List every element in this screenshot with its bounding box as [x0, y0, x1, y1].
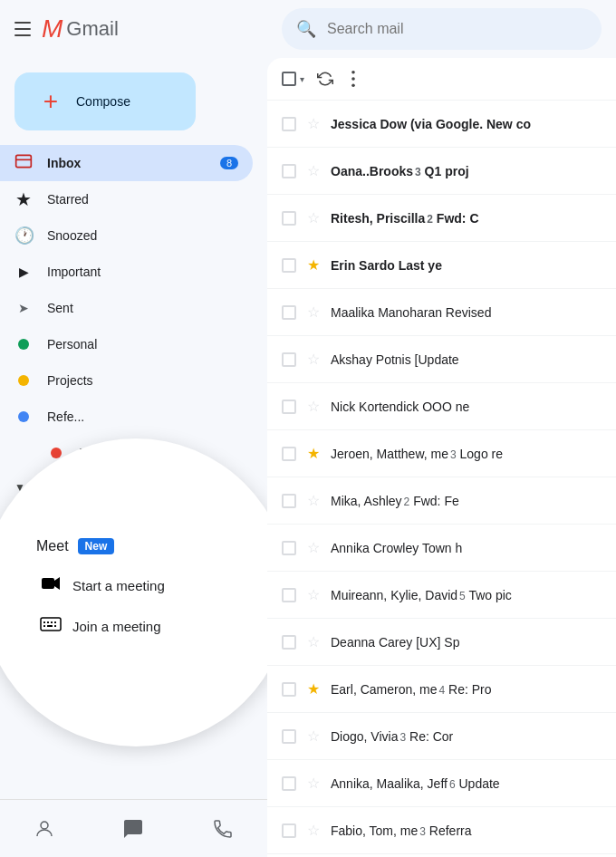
search-bar[interactable]: 🔍	[282, 8, 602, 50]
sidebar-item-inbox[interactable]: Inbox 8	[0, 145, 253, 181]
email-content: Fabio, Tom, me3 Referra	[331, 823, 602, 838]
email-sender: Annika Crowley	[331, 541, 419, 555]
sidebar-item-snoozed[interactable]: 🕐 Snoozed	[0, 217, 253, 254]
star-icon[interactable]: ☆	[307, 775, 320, 792]
star-icon[interactable]: ☆	[307, 303, 320, 321]
email-checkbox[interactable]	[282, 635, 296, 650]
table-row[interactable]: ☆ Ritesh, Priscilla2 Fwd: C	[267, 195, 616, 242]
start-meeting-item[interactable]: Start a meeting	[36, 565, 236, 606]
projects-icon	[14, 371, 33, 390]
compose-button[interactable]: Compose	[14, 72, 196, 130]
table-row[interactable]: ★ Earl, Cameron, me4 Re: Pro	[267, 666, 616, 713]
email-checkbox[interactable]	[282, 494, 296, 508]
bottom-nav-chat[interactable]	[122, 818, 144, 840]
email-sender: Diogo, Vivia3	[331, 729, 406, 744]
email-content: Annika, Maalika, Jeff6 Update	[331, 776, 602, 791]
references-label: Refe...	[47, 409, 238, 424]
menu-icon[interactable]	[14, 22, 31, 36]
sidebar-item-starred[interactable]: ★ Starred	[0, 181, 253, 217]
sidebar-item-sent[interactable]: ➤ Sent	[0, 290, 253, 326]
sidebar-item-personal[interactable]: Personal	[0, 326, 253, 362]
email-checkbox[interactable]	[282, 305, 296, 320]
chevron-select-icon[interactable]: ▾	[300, 74, 304, 84]
email-checkbox[interactable]	[282, 447, 296, 461]
table-row[interactable]: ★ Erin Sardo Last ye	[267, 242, 616, 289]
star-icon[interactable]: ☆	[307, 539, 320, 556]
email-checkbox[interactable]	[282, 164, 296, 178]
table-row[interactable]: ☆ Oana..Brooks3 Q1 proj	[267, 148, 616, 195]
star-icon[interactable]: ☆	[307, 162, 320, 179]
email-checkbox[interactable]	[282, 776, 296, 791]
table-row[interactable]: ☆ Deanna Carey [UX] Sp	[267, 619, 616, 666]
refresh-button[interactable]	[312, 65, 339, 92]
star-icon[interactable]: ★	[307, 680, 320, 698]
starred-icon: ★	[14, 188, 33, 210]
email-checkbox[interactable]	[282, 400, 296, 414]
star-icon[interactable]: ☆	[307, 492, 320, 509]
table-row[interactable]: ☆ Akshay Potnis [Update	[267, 336, 616, 383]
table-row[interactable]: ★ Jeroen, Matthew, me3 Logo re	[267, 430, 616, 477]
email-checkbox[interactable]	[282, 823, 296, 838]
table-row[interactable]: ☆ Muireann, Kylie, David5 Two pic	[267, 572, 616, 619]
table-row[interactable]: ☆ Fabio, Tom, me3 Referra	[267, 807, 616, 854]
star-icon[interactable]: ☆	[307, 398, 320, 415]
email-sender: Nick Kortendick	[331, 400, 419, 414]
bottom-nav-phone[interactable]	[212, 818, 234, 840]
email-checkbox[interactable]	[282, 682, 296, 697]
email-checkbox[interactable]	[282, 117, 296, 131]
star-icon[interactable]: ☆	[307, 209, 320, 226]
email-checkbox[interactable]	[282, 258, 296, 273]
sidebar-item-projects[interactable]: Projects	[0, 362, 253, 399]
important-icon: ▶	[14, 265, 33, 279]
star-icon[interactable]: ☆	[307, 586, 320, 603]
email-checkbox[interactable]	[282, 211, 296, 226]
select-all-checkbox[interactable]	[282, 72, 296, 86]
star-icon[interactable]: ☆	[307, 351, 320, 368]
svg-rect-8	[43, 625, 45, 627]
email-checkbox[interactable]	[282, 541, 296, 555]
star-icon[interactable]: ★	[307, 256, 320, 274]
star-icon[interactable]: ☆	[307, 115, 320, 132]
email-subject: Fwd: Fe	[413, 494, 459, 508]
star-icon[interactable]: ☆	[307, 822, 320, 839]
table-row[interactable]: ☆ Annika, Maalika, Jeff6 Update	[267, 760, 616, 807]
bottom-nav-person[interactable]	[34, 818, 55, 840]
sent-icon: ➤	[14, 301, 33, 315]
star-icon[interactable]: ★	[307, 445, 320, 462]
meet-title: Meet	[36, 538, 69, 554]
app-layout: Compose Inbox 8 ★ Starred 🕐 Snoozed ▶ Im…	[0, 58, 616, 857]
table-row[interactable]: ☆ Nick Kortendick OOO ne	[267, 383, 616, 430]
table-row[interactable]: ☆ Maalika Manoharan Revised	[267, 289, 616, 336]
svg-rect-4	[43, 621, 45, 623]
table-row[interactable]: ☆ Jessica Dow (via Google. New co	[267, 101, 616, 148]
select-all-wrap[interactable]: ▾	[282, 72, 304, 86]
table-row[interactable]: ☆ Diogo, Vivia3 Re: Cor	[267, 713, 616, 760]
email-checkbox[interactable]	[282, 588, 296, 602]
email-subject: Logo re	[460, 447, 503, 461]
search-input[interactable]	[327, 21, 587, 37]
sent-label: Sent	[47, 301, 238, 315]
references-icon	[14, 408, 33, 427]
email-content: Akshay Potnis [Update	[331, 352, 602, 367]
svg-point-11	[41, 822, 48, 829]
table-row[interactable]: ☆ Mika, Ashley2 Fwd: Fe	[267, 477, 616, 525]
more-options-button[interactable]	[346, 65, 361, 92]
join-meeting-item[interactable]: Join a meeting	[36, 606, 236, 647]
star-icon[interactable]: ☆	[307, 727, 320, 745]
important-label: Important	[47, 265, 238, 279]
star-icon[interactable]: ☆	[307, 633, 320, 650]
bottom-nav	[0, 799, 267, 857]
sidebar-item-references[interactable]: Refe...	[0, 399, 253, 435]
sidebar-item-important[interactable]: ▶ Important	[0, 254, 253, 290]
table-row[interactable]: ☆ Annika Crowley Town h	[267, 525, 616, 572]
meet-header: Meet New	[36, 538, 236, 554]
search-icon: 🔍	[296, 19, 316, 39]
email-checkbox[interactable]	[282, 729, 296, 744]
email-sender: Deanna Carey	[331, 635, 412, 650]
email-content: Muireann, Kylie, David5 Two pic	[331, 588, 602, 602]
starred-label: Starred	[47, 192, 238, 207]
email-checkbox[interactable]	[282, 352, 296, 367]
email-content: Jessica Dow (via Google. New co	[331, 117, 602, 131]
inbox-label: Inbox	[47, 156, 206, 170]
email-sender: Annika, Maalika, Jeff6	[331, 776, 456, 791]
